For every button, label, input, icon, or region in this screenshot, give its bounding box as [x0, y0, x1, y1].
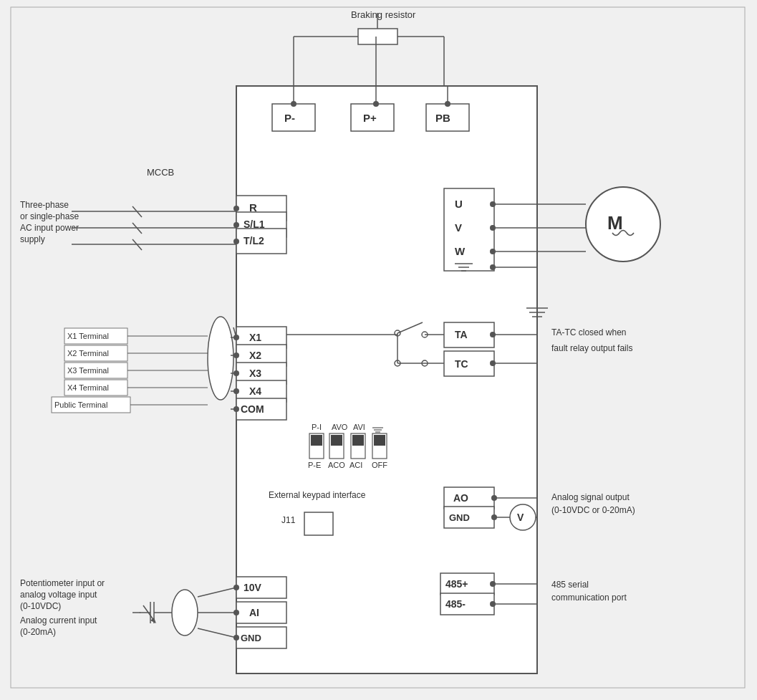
- terminal-ai: AI: [249, 607, 259, 618]
- svg-point-34: [233, 239, 239, 244]
- terminal-x3: X3: [249, 368, 261, 379]
- terminal-p-minus: P-: [284, 112, 295, 124]
- supply-label: supply: [20, 234, 45, 244]
- pe-label: P-E: [308, 461, 321, 469]
- single-phase-label: or single-phase: [20, 211, 79, 221]
- analog-range-label: (0-10VDC or 0-20mA): [551, 505, 635, 515]
- terminal-pb: PB: [435, 112, 450, 124]
- svg-point-30: [233, 206, 239, 211]
- motor-symbol: M: [607, 212, 623, 234]
- terminal-10v: 10V: [244, 582, 262, 593]
- svg-rect-108: [444, 487, 494, 509]
- ta-tc-label: TA-TC closed when: [551, 327, 626, 337]
- terminal-v: V: [455, 221, 462, 234]
- potentiometer-label1: Potentiometer input or: [20, 578, 105, 588]
- svg-rect-104: [352, 435, 364, 446]
- svg-rect-125: [236, 602, 286, 623]
- svg-rect-107: [304, 512, 333, 535]
- serial-485-label: 485 serial: [551, 580, 589, 590]
- pi-label: P-I: [312, 423, 322, 431]
- avi-label: AVI: [353, 423, 365, 431]
- fault-relay-label: fault relay output fails: [551, 343, 632, 353]
- x4-terminal-label: X4 Terminal: [67, 383, 109, 392]
- off-label: OFF: [372, 461, 387, 469]
- aci-label: ACI: [349, 461, 362, 469]
- x1-terminal-label: X1 Terminal: [67, 332, 109, 340]
- comm-port-label: communication port: [551, 593, 627, 603]
- braking-resistor-label: Braking resistor: [351, 9, 416, 20]
- diagram-container: Braking resistor P- P+ PB MCCB Three-pha…: [0, 0, 757, 700]
- aco-label: ACO: [328, 461, 345, 469]
- three-phase-label: Three-phase: [20, 200, 69, 210]
- terminal-485plus: 485+: [445, 578, 468, 590]
- analog-current-label: Analog current input: [20, 615, 97, 625]
- terminal-tl2: T/L2: [244, 235, 264, 246]
- terminal-x1: X1: [249, 332, 261, 343]
- terminal-u: U: [455, 198, 463, 210]
- vdc-range-label: (0-10VDC): [20, 601, 61, 611]
- x3-terminal-label: X3 Terminal: [67, 366, 109, 375]
- svg-rect-35: [444, 188, 494, 271]
- svg-point-32: [233, 222, 239, 228]
- terminal-tc: TC: [455, 358, 468, 370]
- svg-rect-82: [444, 351, 494, 376]
- potentiometer-label2: analog voltage input: [20, 590, 97, 600]
- avo-label: AVO: [332, 423, 348, 431]
- terminal-485minus: 485-: [445, 598, 466, 610]
- terminal-x2: X2: [249, 350, 261, 361]
- svg-rect-100: [311, 435, 322, 446]
- terminal-ao: AO: [453, 492, 468, 504]
- svg-point-53: [208, 317, 233, 400]
- terminal-gnd-ai: GND: [241, 633, 261, 643]
- svg-rect-2: [358, 29, 397, 44]
- terminal-gnd-ao: GND: [449, 512, 470, 523]
- svg-rect-106: [374, 435, 385, 446]
- terminal-com: COM: [241, 403, 264, 415]
- svg-rect-102: [331, 435, 342, 446]
- ac-input-label: AC input power: [20, 223, 79, 233]
- svg-point-43: [586, 187, 660, 262]
- terminal-p-plus: P+: [363, 112, 377, 124]
- svg-rect-80: [444, 322, 494, 347]
- j11-label: J11: [281, 515, 296, 525]
- current-range-label: (0-20mA): [20, 627, 56, 637]
- external-keypad-label: External keypad interface: [269, 490, 366, 500]
- svg-point-122: [172, 590, 198, 636]
- terminal-x4: X4: [249, 385, 261, 397]
- voltmeter-symbol: V: [517, 512, 524, 523]
- terminal-ta: TA: [455, 329, 468, 340]
- public-terminal-label: Public Terminal: [54, 401, 107, 409]
- x2-terminal-label: X2 Terminal: [67, 349, 109, 358]
- analog-output-label: Analog signal output: [551, 492, 630, 502]
- mccb-label: MCCB: [147, 167, 174, 178]
- terminal-w: W: [455, 245, 466, 257]
